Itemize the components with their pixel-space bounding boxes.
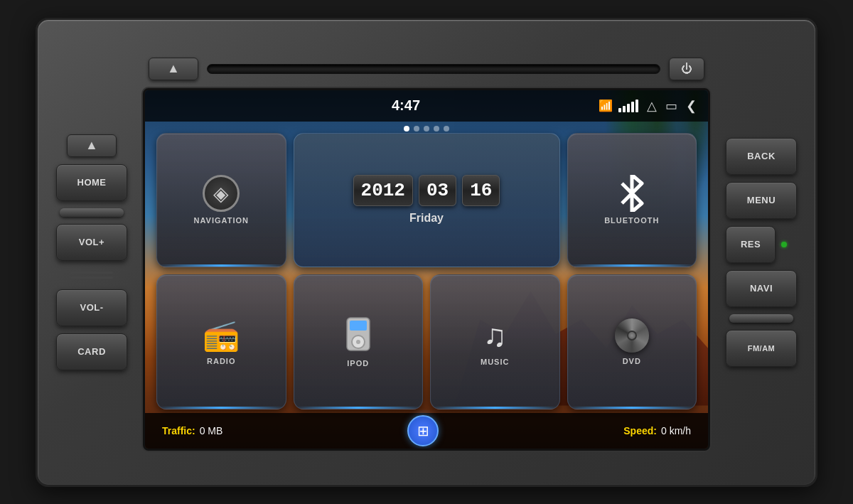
day-display: 16 <box>462 175 500 206</box>
traffic-label: Traffic: <box>162 425 195 436</box>
speed-info: Speed: 0 km/h <box>623 425 691 436</box>
signal-bar-4 <box>631 102 634 112</box>
date-numbers: 2012 03 16 <box>353 175 500 206</box>
dvd-app-button[interactable]: DVD <box>567 274 697 409</box>
home-button[interactable]: HOME <box>56 164 127 201</box>
speed-value: 0 km/h <box>661 425 691 436</box>
music-icon: ♫ <box>483 318 507 353</box>
main-screen: 4:47 📶 △ ▭ ❮ <box>143 88 710 451</box>
app-grid-button[interactable]: ⊞ <box>407 415 439 446</box>
vol-knob <box>60 208 124 217</box>
back-button[interactable]: BACK <box>726 138 797 175</box>
dvd-icon <box>615 318 649 353</box>
eject-top-button[interactable]: ▲ <box>149 58 198 80</box>
dot-4 <box>434 126 439 132</box>
ipod-icon <box>345 316 371 355</box>
dot-2 <box>414 126 419 132</box>
cd-slot <box>207 64 660 74</box>
vol-minus-button[interactable]: VOL- <box>56 289 127 326</box>
navi-button[interactable]: NAVI <box>726 270 797 307</box>
back-nav-icon[interactable]: ❮ <box>686 98 697 114</box>
app-grid: NAVIGATION 2012 03 16 Friday <box>156 133 697 409</box>
res-button[interactable]: RES <box>726 226 776 263</box>
wifi-icon: 📶 <box>599 99 613 112</box>
grid-icon: ⊞ <box>417 422 429 439</box>
music-label: MUSIC <box>481 358 509 366</box>
right-knob <box>729 314 793 323</box>
screen-topbar: 4:47 📶 △ ▭ ❮ <box>145 90 708 122</box>
fm-am-button[interactable]: FM/AM <box>726 330 797 367</box>
navigation-app-button[interactable]: NAVIGATION <box>156 133 286 268</box>
dot-3 <box>424 126 429 132</box>
dot-1 <box>404 126 409 132</box>
bluetooth-icon <box>613 175 650 212</box>
radio-icon: 📻 <box>203 318 240 353</box>
signal-bar-1 <box>618 108 621 112</box>
year-display: 2012 <box>353 175 413 206</box>
speed-label: Speed: <box>623 425 657 436</box>
top-bar: ▲ ⏻ <box>143 54 710 84</box>
eject-button[interactable]: ▲ <box>67 134 117 157</box>
dvd-label: DVD <box>623 357 641 365</box>
ipod-label: IPOD <box>347 359 369 368</box>
home-nav-icon[interactable]: △ <box>647 98 657 114</box>
menu-button[interactable]: MENU <box>726 182 797 219</box>
radio-label: RADIO <box>207 357 235 365</box>
dvd-center <box>627 331 637 341</box>
compass-icon <box>203 175 240 212</box>
res-indicator-dot <box>781 242 787 247</box>
status-icons: 📶 <box>599 99 638 112</box>
ipod-app-button[interactable]: IPOD <box>294 274 424 409</box>
bluetooth-app-button[interactable]: BLUETOOTH <box>567 133 697 268</box>
power-button[interactable]: ⏻ <box>669 58 704 80</box>
clock-display: 4:47 <box>213 97 599 114</box>
car-head-unit: ▲ HOME VOL+ VOL- CARD ▲ ⏻ 4:47 📶 <box>36 18 817 487</box>
traffic-info: Traffic: 0 MB <box>162 425 222 436</box>
radio-app-button[interactable]: 📻 RADIO <box>156 274 286 409</box>
screen-bottombar: Traffic: 0 MB ⊞ Speed: 0 km/h <box>145 413 708 449</box>
dot-5 <box>444 126 449 132</box>
signal-bar-2 <box>623 106 626 112</box>
right-panel: BACK MENU RES NAVI FM/AM <box>719 138 804 367</box>
music-app-button[interactable]: ♫ MUSIC <box>430 274 560 409</box>
signal-bars <box>618 100 638 112</box>
left-panel: ▲ HOME VOL+ VOL- CARD <box>49 134 134 370</box>
card-button[interactable]: CARD <box>56 333 127 370</box>
signal-bar-5 <box>635 100 638 112</box>
nav-icons: △ ▭ ❮ <box>647 98 697 114</box>
svg-point-3 <box>356 340 360 344</box>
signal-bar-3 <box>627 104 630 112</box>
recent-apps-icon[interactable]: ▭ <box>665 98 677 114</box>
svg-rect-1 <box>350 321 367 331</box>
center-area: ▲ ⏻ 4:47 📶 <box>143 54 710 451</box>
date-display: 2012 03 16 Friday <box>294 133 560 268</box>
vol-plus-button[interactable]: VOL+ <box>56 224 127 261</box>
decorative-lines <box>70 268 113 282</box>
bluetooth-label: BLUETOOTH <box>604 216 659 225</box>
navigation-label: NAVIGATION <box>194 216 249 225</box>
weekday-display: Friday <box>409 212 444 225</box>
traffic-value: 0 MB <box>200 425 223 436</box>
month-display: 03 <box>419 175 456 206</box>
page-dots <box>404 126 449 132</box>
